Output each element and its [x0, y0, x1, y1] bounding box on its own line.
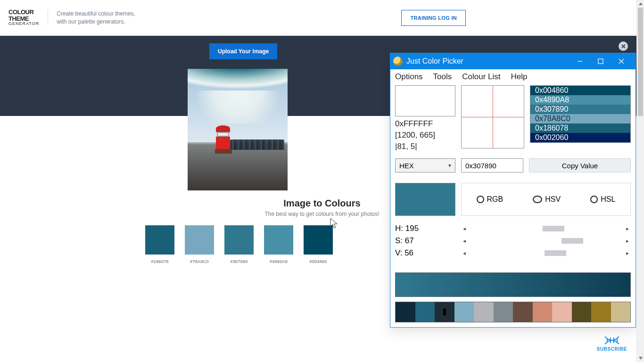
slider-label-h: H: 195 [395, 224, 461, 233]
swatch-2[interactable] [224, 225, 254, 255]
mode-rgb[interactable]: RGB [477, 195, 504, 204]
upload-image-button[interactable]: Upload Your Image [209, 43, 277, 59]
selection-mark-icon [443, 309, 446, 315]
sample-delta: |81, 5| [395, 141, 455, 152]
history-item-3[interactable]: 0x78A8C0 [530, 114, 630, 123]
site-header: COLOUR THEME GENERATOR Create beautiful … [0, 0, 644, 36]
svg-marker-5 [639, 357, 643, 360]
swatch-label-4: #004860 [304, 259, 333, 264]
swatch-label-0: #186078 [145, 259, 174, 264]
mini-swatch-3[interactable] [454, 302, 474, 322]
slider-track-v[interactable] [468, 250, 624, 256]
gradient-bar[interactable] [395, 272, 631, 297]
window-titlebar[interactable]: Just Color Picker [390, 53, 636, 69]
scroll-up-icon[interactable] [637, 0, 644, 8]
svg-rect-1 [598, 59, 603, 64]
training-login-button[interactable]: TRAINING LOG IN [401, 10, 466, 26]
colour-mode-group: RGB HSV HSL [461, 183, 631, 216]
slider-track-h[interactable] [468, 226, 624, 231]
sample-info: 0xFFFFFF [1200, 665] |81, 5| [395, 118, 455, 152]
swatch-3[interactable] [264, 225, 293, 255]
current-colour-swatch [395, 183, 455, 216]
radio-icon [590, 196, 598, 203]
slider-dec-v[interactable]: ◂ [461, 250, 468, 256]
app-icon [393, 57, 403, 66]
sample-coords: [1200, 665] [395, 130, 455, 141]
maximize-icon[interactable] [590, 53, 611, 69]
mini-swatch-row [395, 302, 631, 322]
palette: #186078 #78A8C0 #307890 #4890A8 #004860 [145, 225, 333, 264]
hsv-sliders: H: 195 ◂ ▸ S: 67 ◂ ▸ V: 56 ◂ ▸ [395, 222, 631, 259]
scroll-down-icon[interactable] [637, 354, 644, 362]
subscribe-badge[interactable]: SUBSCRIBE [597, 336, 627, 352]
mini-swatch-5[interactable] [494, 302, 513, 322]
history-item-1[interactable]: 0x4890A8 [530, 95, 630, 105]
colour-history-list: 0x004860 0x4890A8 0x307890 0x78A8C0 0x18… [530, 85, 631, 143]
minimize-icon[interactable] [570, 53, 590, 69]
swatch-label-3: #4890A8 [264, 259, 293, 264]
slider-label-v: V: 56 [395, 248, 461, 258]
close-window-icon[interactable] [611, 53, 632, 69]
palette-item: #78A8C0 [185, 225, 214, 264]
mini-swatch-1[interactable] [415, 302, 435, 322]
copy-value-button[interactable]: Copy Value [529, 158, 631, 173]
svg-marker-4 [639, 2, 643, 5]
mode-hsl[interactable]: HSL [590, 195, 615, 204]
tagline-line2: with our palette generators. [57, 18, 135, 26]
close-icon[interactable]: ✕ [619, 41, 628, 51]
magnifier-grid[interactable] [461, 85, 524, 148]
mini-swatch-0[interactable] [396, 302, 415, 322]
history-item-0[interactable]: 0x004860 [530, 86, 630, 95]
image-foam [188, 90, 288, 123]
slider-thumb-h[interactable] [543, 226, 564, 231]
window-title: Just Color Picker [406, 57, 463, 66]
colour-value-input[interactable] [461, 158, 523, 173]
mini-swatch-7[interactable] [533, 302, 553, 322]
menu-colour-list[interactable]: Colour List [462, 72, 500, 82]
radio-icon [533, 196, 542, 203]
slider-thumb-v[interactable] [545, 250, 566, 256]
mini-swatch-11[interactable] [611, 302, 631, 322]
mini-swatch-4[interactable] [474, 302, 494, 322]
page-scrollbar[interactable] [636, 0, 644, 362]
image-crowd [230, 140, 284, 150]
site-logo: COLOUR THEME GENERATOR [8, 9, 39, 26]
site-tagline: Create beautiful colour themes, with our… [48, 10, 135, 26]
scroll-thumb[interactable] [638, 8, 643, 116]
slider-dec-h[interactable]: ◂ [461, 225, 468, 232]
image-lighthouse [215, 125, 231, 152]
menu-options[interactable]: Options [395, 72, 423, 82]
subscribe-label: SUBSCRIBE [597, 346, 627, 352]
palette-item: #186078 [145, 225, 174, 264]
mini-swatch-9[interactable] [572, 302, 592, 322]
mini-swatch-6[interactable] [513, 302, 533, 322]
swatch-0[interactable] [145, 225, 174, 255]
history-item-2[interactable]: 0x307890 [530, 105, 630, 114]
uploaded-image[interactable] [188, 69, 288, 190]
slider-label-s: S: 67 [395, 236, 461, 246]
logo-line3: GENERATOR [8, 22, 39, 26]
slider-inc-s[interactable]: ▸ [624, 238, 631, 244]
mini-swatch-8[interactable] [552, 302, 572, 322]
logo-line1: COLOUR [8, 9, 39, 16]
dna-icon [604, 336, 620, 345]
mini-swatch-10[interactable] [591, 302, 611, 322]
slider-dec-s[interactable]: ◂ [461, 238, 468, 244]
slider-inc-h[interactable]: ▸ [624, 225, 631, 232]
sample-hex: 0xFFFFFF [395, 118, 455, 130]
color-picker-window: Just Color Picker Options Tools Colour L… [390, 53, 636, 328]
slider-inc-v[interactable]: ▸ [624, 250, 631, 256]
mini-swatch-2[interactable] [435, 302, 454, 322]
slider-thumb-s[interactable] [561, 238, 583, 244]
swatch-1[interactable] [185, 225, 214, 255]
history-item-5[interactable]: 0x002060 [530, 133, 630, 142]
slider-track-s[interactable] [468, 238, 624, 244]
image-platform [188, 144, 288, 190]
history-item-4[interactable]: 0x186078 [530, 123, 630, 133]
format-select[interactable]: HEX ▾ [395, 158, 455, 173]
menu-tools[interactable]: Tools [433, 72, 452, 82]
menu-bar: Options Tools Colour List Help [390, 69, 636, 85]
mode-hsv[interactable]: HSV [533, 195, 561, 204]
menu-help[interactable]: Help [511, 72, 528, 82]
swatch-4[interactable] [304, 225, 333, 255]
